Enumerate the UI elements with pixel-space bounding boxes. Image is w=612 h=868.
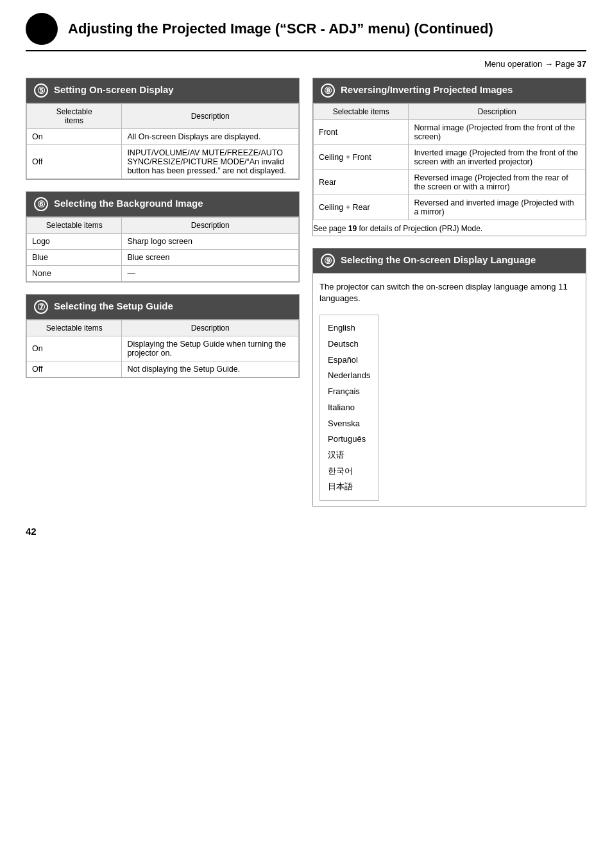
- table-row: FrontNormal image (Projected from the fr…: [314, 120, 586, 145]
- section-4: ⑤ Setting On-screen Display Selectable i…: [26, 78, 300, 180]
- desc-cell: Normal image (Projected from the front o…: [409, 120, 586, 145]
- item-cell: Logo: [27, 234, 122, 250]
- item-cell: Off: [27, 361, 122, 378]
- page-title: Adjusting the Projected Image (“SCR - AD…: [68, 21, 493, 37]
- table-row: OnDisplaying the Setup Guide when turnin…: [27, 336, 299, 361]
- list-item: 汉语: [328, 447, 371, 464]
- desc-cell: Not displaying the Setup Guide.: [122, 361, 299, 378]
- section-6-num: ⑦: [34, 300, 48, 314]
- s5-col1-header: Selectable items: [27, 218, 122, 234]
- list-item: Svenska: [328, 416, 371, 432]
- table-row: LogoSharp logo screen: [27, 234, 299, 250]
- main-content: ⑤ Setting On-screen Display Selectable i…: [26, 78, 586, 507]
- section-8-num: ⑨: [321, 254, 335, 268]
- table-row: BlueBlue screen: [27, 250, 299, 266]
- item-cell: Off: [27, 145, 122, 179]
- header-circle-icon: [26, 13, 58, 45]
- item-cell: Blue: [27, 250, 122, 266]
- desc-cell: INPUT/VOLUME/AV MUTE/FREEZE/AUTO SYNC/RE…: [122, 145, 299, 179]
- section-7-title: Reversing/Inverting Projected Images: [341, 83, 513, 96]
- desc-cell: Reversed and inverted image (Projected w…: [409, 195, 586, 220]
- see-page-num: 19: [348, 224, 357, 233]
- section-8: ⑨ Selecting the On-screen Display Langua…: [312, 248, 586, 507]
- section-8-header: ⑨ Selecting the On-screen Display Langua…: [313, 248, 586, 273]
- section-5-header: ⑥ Selecting the Background Image: [26, 192, 299, 217]
- section-4-num: ⑤: [34, 83, 48, 98]
- section-6-header: ⑦ Selecting the Setup Guide: [26, 295, 299, 320]
- s5-col2-header: Description: [122, 218, 299, 234]
- section-7-table: Selectable items Description FrontNormal…: [313, 103, 586, 220]
- table-row: OffNot displaying the Setup Guide.: [27, 361, 299, 378]
- s6-col1-header: Selectable items: [27, 320, 122, 336]
- section-7-num: ⑧: [321, 83, 335, 98]
- desc-cell: Displaying the Setup Guide when turning …: [122, 336, 299, 361]
- list-item: Deutsch: [328, 336, 371, 352]
- section-5-table: Selectable items Description LogoSharp l…: [26, 217, 299, 282]
- item-cell: On: [27, 129, 122, 145]
- desc-cell: Blue screen: [122, 250, 299, 266]
- section-8-title: Selecting the On-screen Display Language: [341, 254, 536, 266]
- desc-cell: All On-screen Displays are displayed.: [122, 129, 299, 145]
- item-cell: Ceiling + Front: [314, 145, 409, 170]
- list-item: English: [328, 320, 371, 336]
- desc-cell: Inverted image (Projected from the front…: [409, 145, 586, 170]
- desc-cell: Sharp logo screen: [122, 234, 299, 250]
- item-cell: None: [27, 266, 122, 282]
- s4-col2-header: Description: [122, 104, 299, 129]
- section-6: ⑦ Selecting the Setup Guide Selectable i…: [26, 294, 300, 378]
- item-cell: Rear: [314, 170, 409, 195]
- list-item: 日本語: [328, 479, 371, 495]
- list-item: 한국어: [328, 464, 371, 480]
- menu-operation: Menu operation → Page 37: [26, 59, 586, 69]
- page-number: 42: [26, 526, 586, 537]
- s7-col1-header: Selectable items: [314, 104, 409, 120]
- table-row: OffINPUT/VOLUME/AV MUTE/FREEZE/AUTO SYNC…: [27, 145, 299, 179]
- section-6-table: Selectable items Description OnDisplayin…: [26, 320, 299, 378]
- left-column: ⑤ Setting On-screen Display Selectable i…: [26, 78, 300, 507]
- projector-lang-desc: The projector can switch the on-screen d…: [319, 281, 579, 304]
- table-row: OnAll On-screen Displays are displayed.: [27, 129, 299, 145]
- section-5: ⑥ Selecting the Background Image Selecta…: [26, 191, 300, 282]
- section-7-header: ⑧ Reversing/Inverting Projected Images: [313, 78, 586, 103]
- list-item: Français: [328, 384, 371, 400]
- see-page-note: See page 19 for details of Projection (P…: [313, 224, 586, 233]
- table-row: Ceiling + FrontInverted image (Projected…: [314, 145, 586, 170]
- item-cell: Front: [314, 120, 409, 145]
- table-row: Ceiling + RearReversed and inverted imag…: [314, 195, 586, 220]
- table-row: RearReversed image (Projected from the r…: [314, 170, 586, 195]
- s6-col2-header: Description: [122, 320, 299, 336]
- list-item: Português: [328, 431, 371, 447]
- section-4-table: Selectable items Description OnAll On-sc…: [26, 103, 299, 179]
- list-item: Nederlands: [328, 368, 371, 384]
- right-column: ⑧ Reversing/Inverting Projected Images S…: [312, 78, 586, 507]
- table-row: None—: [27, 266, 299, 282]
- s7-col2-header: Description: [409, 104, 586, 120]
- section-4-title: Setting On-screen Display: [54, 83, 174, 96]
- item-cell: Ceiling + Rear: [314, 195, 409, 220]
- s4-col1-header: Selectable items: [27, 104, 122, 129]
- language-list: EnglishDeutschEspañolNederlandsFrançaisI…: [319, 315, 379, 501]
- section-7: ⑧ Reversing/Inverting Projected Images S…: [312, 78, 586, 236]
- section-5-num: ⑥: [34, 197, 48, 211]
- section-4-header: ⑤ Setting On-screen Display: [26, 78, 299, 103]
- list-item: Español: [328, 352, 371, 369]
- list-item: Italiano: [328, 400, 371, 416]
- desc-cell: —: [122, 266, 299, 282]
- section-6-title: Selecting the Setup Guide: [54, 300, 173, 313]
- item-cell: On: [27, 336, 122, 361]
- desc-cell: Reversed image (Projected from the rear …: [409, 170, 586, 195]
- section-5-title: Selecting the Background Image: [54, 197, 203, 210]
- page-header: Adjusting the Projected Image (“SCR - AD…: [26, 13, 586, 51]
